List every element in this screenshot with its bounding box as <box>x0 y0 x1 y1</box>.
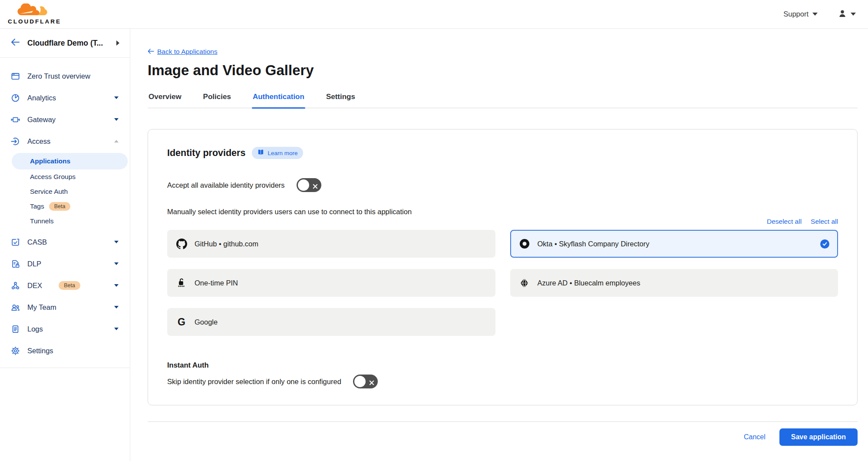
deselect-all-link[interactable]: Deselect all <box>767 218 802 226</box>
overview-icon <box>11 72 20 81</box>
svg-text:****: **** <box>178 285 185 289</box>
beta-badge: Beta <box>49 202 71 211</box>
sidebar-item-applications[interactable]: Applications <box>12 153 128 169</box>
google-icon: G <box>176 316 187 328</box>
logs-icon <box>11 325 20 334</box>
sidebar-item-my-team[interactable]: My Team <box>0 296 130 318</box>
subnav-item-label: Tunnels <box>30 217 54 225</box>
sidebar-item-label: DEX <box>27 282 46 290</box>
card-heading: Identity providers <box>167 148 245 159</box>
sidebar-item-service-auth[interactable]: Service Auth <box>12 184 128 199</box>
sidebar-item-label: Logs <box>27 325 107 333</box>
selection-links: Deselect all Select all <box>167 218 838 226</box>
analytics-icon <box>11 93 20 103</box>
manual-select-label: Manually select identity providers users… <box>167 208 838 216</box>
sidebar-item-access-groups[interactable]: Access Groups <box>12 169 128 184</box>
sidebar-item-label: CASB <box>27 238 107 246</box>
selected-check-icon <box>820 239 829 249</box>
toggle-knob <box>354 376 366 387</box>
team-name: Cloudflare Demo (T... <box>27 39 109 48</box>
access-subnav: Applications Access Groups Service Auth … <box>0 152 130 231</box>
chevron-down-icon <box>114 284 119 287</box>
sidebar-item-gateway[interactable]: Gateway <box>0 109 130 130</box>
provider-name: Okta • Skyflash Company Directory <box>538 240 813 248</box>
chevron-down-icon <box>114 241 119 243</box>
provider-grid: GitHub • github.com Okta • Skyflash Comp… <box>167 230 838 336</box>
instant-auth-toggle[interactable] <box>353 375 378 388</box>
provider-tile-google[interactable]: G Google <box>167 308 495 336</box>
instant-auth-row: Skip identity provider selection if only… <box>167 375 838 388</box>
instant-auth-label: Skip identity provider selection if only… <box>167 378 341 386</box>
sidebar-divider <box>0 368 130 368</box>
book-icon <box>257 149 264 157</box>
access-icon <box>11 137 20 146</box>
x-icon <box>369 379 374 387</box>
sidebar: Cloudflare Demo (T... Zero Trust overvie… <box>0 29 130 461</box>
cancel-button[interactable]: Cancel <box>744 433 766 441</box>
learn-more-label: Learn more <box>267 150 297 156</box>
sidebar-item-label: Access <box>27 137 107 146</box>
x-icon <box>313 182 318 191</box>
tab-settings[interactable]: Settings <box>325 88 356 108</box>
my-team-icon <box>11 303 20 312</box>
sidebar-item-label: Zero Trust overview <box>27 72 119 80</box>
save-application-button[interactable]: Save application <box>779 428 858 446</box>
sidebar-item-analytics[interactable]: Analytics <box>0 87 130 109</box>
sidebar-item-zero-trust-overview[interactable]: Zero Trust overview <box>0 65 130 87</box>
page-title: Image and Video Gallery <box>148 62 858 79</box>
chevron-up-icon <box>114 140 119 143</box>
chevron-down-icon <box>114 262 119 265</box>
tab-overview[interactable]: Overview <box>148 88 182 108</box>
sidebar-item-tunnels[interactable]: Tunnels <box>12 214 128 229</box>
tab-bar: Overview Policies Authentication Setting… <box>148 88 858 108</box>
support-menu[interactable]: Support <box>783 10 818 18</box>
back-link-label: Back to Applications <box>157 48 218 56</box>
chevron-down-icon <box>114 118 119 121</box>
back-to-applications-link[interactable]: Back to Applications <box>148 48 218 56</box>
gateway-icon <box>11 115 20 124</box>
top-bar: CLOUDFLARE Support <box>0 0 868 29</box>
sidebar-item-logs[interactable]: Logs <box>0 318 130 340</box>
gear-icon <box>11 346 20 355</box>
cloudflare-cloud-icon <box>15 3 55 18</box>
sidebar-item-settings[interactable]: Settings <box>0 340 130 362</box>
provider-tile-okta[interactable]: Okta • Skyflash Company Directory <box>510 230 838 258</box>
card-heading-row: Identity providers Learn more <box>167 147 838 159</box>
back-arrow-icon <box>148 48 154 56</box>
tab-policies[interactable]: Policies <box>202 88 232 108</box>
select-all-link[interactable]: Select all <box>811 218 838 226</box>
chevron-down-icon <box>851 13 856 16</box>
subnav-item-label: Tags <box>30 202 44 210</box>
sidebar-item-label: Gateway <box>27 116 107 124</box>
provider-name: One-time PIN <box>195 279 487 287</box>
subnav-item-label: Access Groups <box>30 173 76 181</box>
chevron-down-icon <box>114 96 119 99</box>
user-menu[interactable] <box>838 9 856 20</box>
casb-icon <box>11 238 20 247</box>
chevron-right-icon <box>116 40 119 46</box>
github-icon <box>176 238 187 249</box>
topbar-right: Support <box>783 9 856 20</box>
sidebar-item-label: My Team <box>27 303 107 312</box>
accept-all-toggle[interactable] <box>297 178 321 192</box>
sidebar-item-casb[interactable]: CASB <box>0 231 130 253</box>
sidebar-item-dex[interactable]: DEX Beta <box>0 275 130 296</box>
sidebar-item-access[interactable]: Access <box>0 130 130 152</box>
sidebar-nav: Zero Trust overview Analytics Gateway <box>0 58 130 368</box>
cloudflare-logo[interactable]: CLOUDFLARE <box>8 3 61 25</box>
sidebar-item-dlp[interactable]: DLP <box>0 253 130 275</box>
provider-tile-one-time-pin[interactable]: **** One-time PIN <box>167 269 495 297</box>
chevron-down-icon <box>114 306 119 308</box>
learn-more-badge[interactable]: Learn more <box>252 147 303 159</box>
user-avatar-icon <box>838 9 847 20</box>
accept-all-row: Accept all available identity providers <box>167 178 838 192</box>
sidebar-item-tags[interactable]: Tags Beta <box>12 199 128 214</box>
provider-tile-azure-ad[interactable]: Azure AD • Bluecalm employees <box>510 269 838 297</box>
team-switcher[interactable]: Cloudflare Demo (T... <box>0 29 130 58</box>
sidebar-item-label: Settings <box>27 347 119 355</box>
instant-auth-heading: Instant Auth <box>167 361 838 369</box>
provider-tile-github[interactable]: GitHub • github.com <box>167 230 495 258</box>
tab-authentication[interactable]: Authentication <box>252 88 305 108</box>
one-time-pin-icon: **** <box>176 277 187 289</box>
provider-name: GitHub • github.com <box>195 240 487 248</box>
